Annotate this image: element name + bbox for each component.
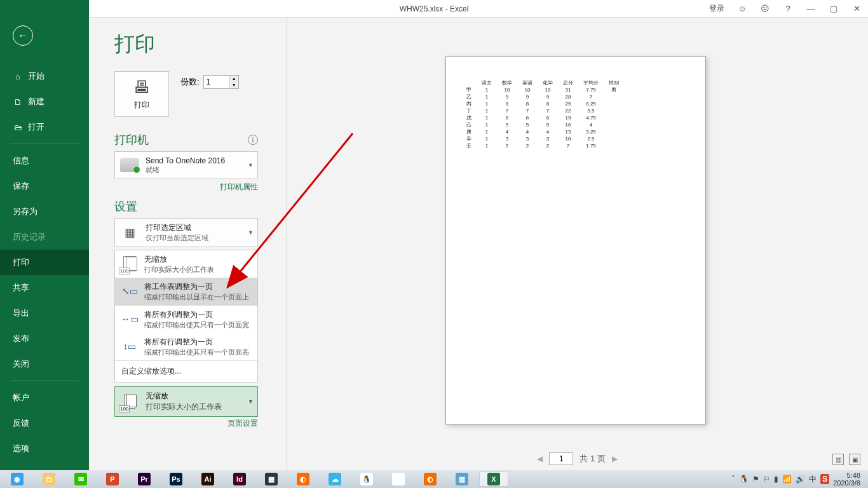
system-tray: ˄ 🐧 ⚑ ⚐ ▮ 📶 🔊 中 S 5:48 2020/3/8: [731, 471, 865, 487]
page-title: 打印: [114, 30, 286, 58]
login-link[interactable]: 登录: [703, 3, 731, 14]
tray-chevron-icon[interactable]: ˄: [731, 475, 735, 484]
home-icon: ⌂: [13, 72, 23, 81]
taskbar-app-wechat[interactable]: ✉: [66, 471, 95, 487]
tray-volume-icon[interactable]: 🔊: [796, 475, 805, 484]
taskbar: ◉ 🗀 ✉ P Pr Ps Ai Id ▦ ◐ ☁ 🐧 ◉ ◐ ▥ X ˄ 🐧 …: [0, 470, 868, 488]
taskbar-app-tencent[interactable]: ☁: [320, 471, 349, 487]
printer-select[interactable]: Send To OneNote 2016就绪 ▼: [114, 151, 258, 179]
taskbar-app-notes[interactable]: ▥: [447, 471, 477, 487]
tray-qq-icon[interactable]: 🐧: [739, 475, 749, 484]
close-icon[interactable]: ✕: [845, 0, 868, 18]
tray-clock[interactable]: 5:48 2020/3/8: [833, 471, 860, 487]
window-title: WHW25.xlsx - Excel: [400, 4, 469, 13]
pager: ◀ 共 1 页 ▶: [287, 452, 868, 465]
copies-down[interactable]: ▼: [229, 82, 238, 88]
sidebar-publish[interactable]: 发布: [0, 326, 89, 351]
fit-height-icon: ↕▭: [123, 341, 136, 351]
new-icon: 🗋: [13, 97, 23, 107]
copies-up[interactable]: ▲: [229, 76, 238, 82]
scale-option-custom[interactable]: 自定义缩放选项...: [115, 360, 257, 382]
fit-page-icon: ⤡▭: [122, 286, 138, 296]
sidebar-home[interactable]: ⌂开始: [0, 64, 89, 89]
print-preview: 语文数学英语化学总分平均分性别甲1101010317.75男乙1999287丙1…: [286, 18, 868, 470]
sidebar-account[interactable]: 帐户: [0, 385, 89, 410]
prev-page-button[interactable]: ◀: [537, 454, 543, 463]
face-smile-icon[interactable]: ☺: [731, 0, 754, 18]
page-number-input[interactable]: [549, 452, 573, 465]
scaling-select[interactable]: 100 无缩放打印实际大小的工作表 ▼: [114, 386, 258, 417]
sidebar-print[interactable]: 打印: [0, 250, 89, 275]
printer-heading: 打印机: [114, 132, 149, 147]
taskbar-app-premiere[interactable]: Pr: [130, 471, 159, 487]
preview-table: 语文数学英语化学总分平均分性别甲1101010317.75男乙1999287丙1…: [461, 79, 624, 149]
sidebar-share[interactable]: 共享: [0, 275, 89, 301]
taskbar-app-uc[interactable]: ◐: [416, 471, 445, 487]
printer-properties-link[interactable]: 打印机属性: [114, 182, 258, 193]
help-icon[interactable]: ?: [776, 0, 799, 18]
scale-option-fit-rows[interactable]: ↕▭ 将所有行调整为一页缩减打印输出使其只有一个页面高: [115, 333, 257, 360]
backstage-sidebar: ← ⌂开始 🗋新建 🗁打开 信息 保存 另存为 历史记录 打印 共享 导出 发布…: [0, 0, 89, 470]
tray-shield-icon[interactable]: ⚑: [752, 475, 759, 484]
scaling-dropdown-list: 100 无缩放打印实际大小的工作表 ⤡▭ 将工作表调整为一页缩减打印输出以显示在…: [114, 250, 258, 383]
back-button[interactable]: ←: [13, 25, 33, 46]
preview-page: 语文数学英语化学总分平均分性别甲1101010317.75男乙1999287丙1…: [445, 56, 706, 424]
tray-sogou-icon[interactable]: S: [820, 474, 829, 484]
taskbar-app-illustrator[interactable]: Ai: [193, 471, 222, 487]
settings-heading: 设置: [114, 199, 137, 214]
scale-option-none[interactable]: 100 无缩放打印实际大小的工作表: [115, 250, 257, 278]
tray-wifi-icon[interactable]: 📶: [782, 475, 792, 484]
chevron-down-icon: ▼: [248, 229, 254, 236]
page-setup-link[interactable]: 页面设置: [114, 418, 258, 429]
chevron-down-icon: ▼: [248, 398, 254, 405]
taskbar-app-powerpoint[interactable]: P: [98, 471, 127, 487]
minimize-icon[interactable]: —: [799, 0, 822, 18]
sidebar-open[interactable]: 🗁打开: [0, 114, 89, 140]
sidebar-options[interactable]: 选项: [0, 436, 89, 461]
taskbar-app-explorer[interactable]: 🗀: [34, 471, 64, 487]
chevron-down-icon: ▼: [248, 162, 254, 168]
tray-ime-icon[interactable]: 中: [809, 474, 817, 485]
taskbar-app-qq[interactable]: 🐧: [352, 471, 381, 487]
face-sad-icon[interactable]: ☹: [754, 0, 776, 18]
taskbar-app-video[interactable]: ▦: [257, 471, 286, 487]
sidebar-history: 历史记录: [0, 224, 89, 250]
print-area-select[interactable]: ▦ 打印选定区域仅打印当前选定区域 ▼: [114, 218, 258, 247]
sidebar-save[interactable]: 保存: [0, 173, 89, 199]
taskbar-app-excel[interactable]: X: [479, 471, 508, 487]
fit-width-icon: ↔▭: [121, 314, 139, 324]
sidebar-export[interactable]: 导出: [0, 301, 89, 326]
sidebar-new[interactable]: 🗋新建: [0, 89, 89, 114]
sidebar-saveas[interactable]: 另存为: [0, 199, 89, 224]
maximize-icon[interactable]: ▢: [822, 0, 845, 18]
printer-icon: 🖶: [133, 78, 150, 97]
print-button[interactable]: 🖶 打印: [114, 71, 169, 117]
tray-flag-icon[interactable]: ⚐: [763, 475, 770, 484]
sidebar-close[interactable]: 关闭: [0, 351, 89, 377]
taskbar-app-chrome[interactable]: ◉: [384, 471, 413, 487]
info-icon[interactable]: i: [248, 135, 258, 145]
taskbar-app-photoshop[interactable]: Ps: [161, 471, 191, 487]
scale-option-fit-cols[interactable]: ↔▭ 将所有列调整为一页缩减打印输出使其只有一个页面宽: [115, 306, 257, 333]
taskbar-app-indesign[interactable]: Id: [225, 471, 254, 487]
open-icon: 🗁: [13, 123, 23, 132]
copies-label: 份数:: [180, 76, 200, 88]
page-total-label: 共 1 页: [580, 453, 605, 464]
grid-icon: ▦: [120, 223, 139, 242]
main-area: 打印 🖶 打印 份数: ▲▼ 打印机i Send To OneNote 2016…: [89, 18, 868, 470]
zoom-to-page-button[interactable]: ▣: [849, 454, 860, 465]
printer-device-icon: [120, 156, 139, 175]
sidebar-feedback[interactable]: 反馈: [0, 410, 89, 436]
taskbar-app-browser[interactable]: ◉: [3, 471, 32, 487]
taskbar-app-firefox[interactable]: ◐: [288, 471, 318, 487]
next-page-button[interactable]: ▶: [612, 454, 618, 463]
title-bar: WHW25.xlsx - Excel 登录 ☺ ☹ ? — ▢ ✕: [0, 0, 868, 18]
scale-option-fit-sheet[interactable]: ⤡▭ 将工作表调整为一页缩减打印输出以显示在一个页面上: [115, 278, 257, 305]
titlebar-right: 登录 ☺ ☹ ? — ▢ ✕: [703, 0, 868, 18]
print-panel: 打印 🖶 打印 份数: ▲▼ 打印机i Send To OneNote 2016…: [89, 18, 286, 470]
show-margins-button[interactable]: ▥: [832, 454, 844, 465]
sidebar-info[interactable]: 信息: [0, 148, 89, 173]
tray-battery-icon[interactable]: ▮: [774, 475, 778, 484]
